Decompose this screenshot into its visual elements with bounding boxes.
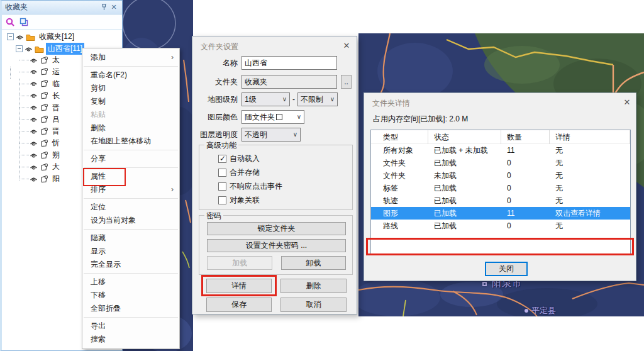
eye-icon[interactable] (30, 152, 38, 159)
tree-item-label[interactable]: 运 (50, 66, 62, 78)
tree-row[interactable]: 临 (30, 78, 62, 90)
tree-root-label[interactable]: 收藏夹[12] (37, 31, 76, 43)
close-icon[interactable]: ✕ (622, 98, 632, 107)
eye-icon[interactable] (30, 116, 38, 123)
save-button[interactable]: 保存 (206, 298, 272, 312)
details-button[interactable]: 详情 (206, 279, 272, 293)
tree-row[interactable]: 太 (30, 54, 62, 66)
lock-folder-button[interactable]: 锁定文件夹 (207, 222, 346, 235)
cancel-button[interactable]: 取消 (280, 298, 347, 312)
menu-item[interactable]: 删除 (82, 121, 179, 135)
name-input[interactable]: 山西省 (242, 56, 337, 70)
tree-row[interactable]: 长 (30, 90, 62, 102)
checkbox-row[interactable]: 对象关联 (218, 195, 260, 205)
layer-opacity-dropdown[interactable]: 不透明∨ (242, 128, 301, 142)
checkbox-row[interactable]: 不响应点击事件 (218, 181, 282, 191)
menu-item[interactable]: 显示 (82, 245, 179, 258)
details-table[interactable]: 类型状态数量详情 所有对象已加载 + 未加载11无文件夹已加载0无文件夹未加载0… (370, 130, 631, 255)
table-row[interactable]: 所有对象已加载 + 未加载11无 (371, 144, 630, 157)
menu-item[interactable]: 定位 (82, 201, 179, 214)
column-header[interactable]: 数量 (501, 130, 550, 144)
search-icon[interactable] (6, 18, 14, 26)
tree-item-label[interactable]: 朔 (50, 149, 62, 161)
tree-item-label[interactable]: 大 (50, 161, 62, 173)
eye-icon[interactable] (30, 128, 38, 135)
layer-color-dropdown[interactable]: 随文件夹∨ (242, 110, 304, 124)
menu-item[interactable]: 添加› (82, 51, 179, 64)
folder-input[interactable]: 收藏夹 (242, 75, 337, 89)
unload-button[interactable]: 卸载 (281, 256, 346, 270)
collapse-icon[interactable] (7, 33, 14, 40)
menu-item[interactable]: 重命名(F2) (82, 69, 179, 82)
tree-row[interactable]: 阳 (30, 173, 62, 185)
eye-icon[interactable] (30, 92, 38, 99)
pin-icon[interactable] (99, 3, 109, 12)
eye-icon[interactable] (30, 164, 38, 170)
tree-row-selected[interactable]: 山西省[11] (16, 43, 84, 55)
tree-row[interactable]: 吕 (30, 114, 62, 126)
menu-item[interactable]: 设为当前对象 (82, 214, 179, 227)
browse-button[interactable]: .. (341, 75, 352, 89)
set-password-button[interactable]: 设置文件夹密码 ... (207, 239, 346, 252)
table-row[interactable]: 文件夹未加载0无 (371, 169, 630, 182)
menu-item[interactable]: 属性 (82, 170, 179, 183)
menu-item[interactable]: 导出 (82, 320, 179, 333)
close-icon[interactable]: ✕ (341, 41, 352, 50)
table-row[interactable]: 标签已加载0无 (371, 182, 630, 194)
tree-row[interactable]: 朔 (30, 149, 62, 161)
menu-item[interactable]: 下移 (82, 289, 179, 302)
tree-selected-label[interactable]: 山西省[11] (46, 43, 84, 55)
column-header[interactable]: 状态 (428, 130, 501, 144)
column-header[interactable]: 类型 (371, 130, 428, 144)
load-button[interactable]: 加载 (207, 256, 272, 270)
tree-item-label[interactable]: 临 (50, 78, 62, 90)
menu-item[interactable]: 剪切 (82, 82, 179, 95)
menu-item[interactable]: 粘贴 (82, 108, 179, 121)
tree-item-label[interactable]: 晋 (50, 102, 62, 114)
menu-item[interactable]: 复制 (82, 95, 179, 108)
tree-item-label[interactable]: 晋 (50, 125, 62, 137)
collapse-icon[interactable] (16, 45, 23, 52)
checkbox-row[interactable]: 合并存储 (218, 167, 260, 177)
delete-button[interactable]: 删除 (280, 279, 347, 293)
tree-item-label[interactable]: 阳 (50, 173, 62, 185)
tree-item-label[interactable]: 吕 (50, 114, 62, 126)
menu-item[interactable]: 上移 (82, 276, 179, 289)
table-row[interactable]: 轨迹已加载0无 (371, 194, 630, 207)
checkbox[interactable] (218, 196, 226, 204)
checkbox[interactable] (218, 169, 226, 177)
eye-icon[interactable] (30, 57, 38, 64)
copy-icon[interactable] (19, 18, 29, 26)
eye-icon[interactable] (16, 34, 24, 40)
menu-item[interactable]: 排序› (82, 183, 179, 196)
level-from-dropdown[interactable]: 1级∨ (242, 92, 290, 106)
menu-item[interactable]: 在地图上整体移动 (82, 135, 179, 148)
eye-icon[interactable] (30, 81, 38, 87)
tree-row[interactable]: 大 (30, 161, 62, 173)
eye-icon[interactable] (30, 69, 38, 75)
column-header[interactable]: 详情 (550, 130, 630, 144)
tree-item-label[interactable]: 长 (50, 90, 62, 102)
table-row[interactable]: 图形已加载11双击查看详情 (371, 207, 630, 220)
tree-row-root[interactable]: 收藏夹[12] (7, 31, 76, 43)
level-to-dropdown[interactable]: 不限制∨ (297, 92, 338, 106)
menu-item[interactable]: 完全显示 (82, 258, 179, 271)
table-row[interactable]: 路线已加载0无 (371, 220, 630, 232)
menu-item[interactable]: 分享 (82, 152, 179, 165)
close-icon[interactable]: ✕ (109, 3, 119, 12)
eye-icon[interactable] (25, 46, 33, 52)
tree-row[interactable]: 晋 (30, 102, 62, 114)
checkbox[interactable] (218, 182, 226, 191)
tree-row[interactable]: 运 (30, 66, 62, 78)
checkbox-row[interactable]: 自动载入 (218, 153, 260, 164)
tree-item-label[interactable]: 太 (50, 54, 62, 66)
menu-item[interactable]: 全部折叠 (82, 302, 179, 315)
menu-item[interactable]: 隐藏 (82, 231, 179, 245)
close-button[interactable]: 关闭 (485, 262, 528, 276)
table-row[interactable]: 文件夹已加载0无 (371, 157, 630, 169)
tree-item-label[interactable]: 忻 (50, 137, 62, 149)
tree-row[interactable]: 忻 (30, 137, 62, 149)
eye-icon[interactable] (30, 104, 38, 111)
tree-row[interactable]: 晋 (30, 125, 62, 137)
checkbox-checked[interactable] (218, 155, 226, 163)
